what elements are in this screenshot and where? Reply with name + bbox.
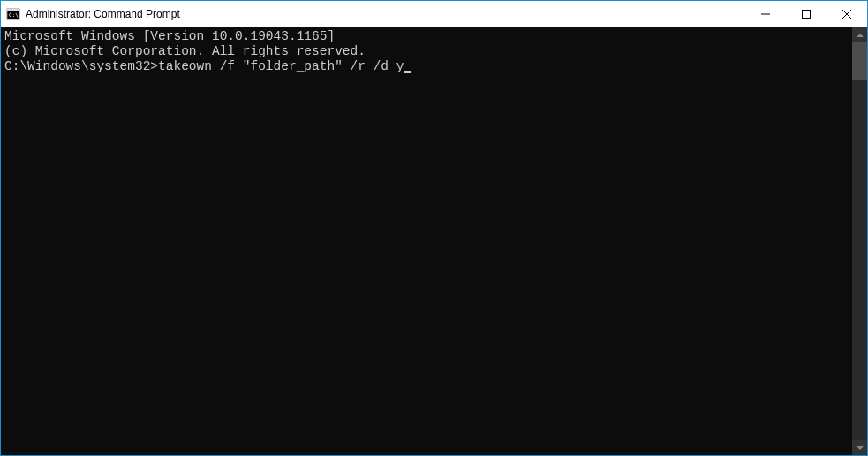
cursor [404, 71, 411, 73]
close-button[interactable] [826, 1, 867, 27]
scroll-down-button[interactable] [852, 440, 867, 455]
command-prompt-window: C:\ Administrator: Command Prompt [0, 0, 868, 456]
chevron-down-icon [857, 446, 864, 450]
svg-marker-7 [857, 34, 864, 37]
maximize-icon [802, 10, 811, 19]
console-line-version: Microsoft Windows [Version 10.0.19043.11… [4, 29, 849, 44]
console-prompt: C:\Windows\system32> [4, 59, 158, 73]
minimize-icon [761, 10, 770, 19]
vertical-scrollbar[interactable] [852, 27, 867, 455]
window-title: Administrator: Command Prompt [26, 8, 745, 20]
svg-marker-8 [857, 446, 864, 450]
console-command: takeown /f "folder_path" /r /d y [158, 59, 404, 73]
maximize-button[interactable] [786, 1, 826, 27]
scroll-thumb[interactable] [852, 42, 867, 80]
console-area[interactable]: Microsoft Windows [Version 10.0.19043.11… [1, 27, 867, 455]
console-line-prompt: C:\Windows\system32>takeown /f "folder_p… [4, 59, 849, 74]
console-content[interactable]: Microsoft Windows [Version 10.0.19043.11… [1, 27, 852, 455]
close-icon [842, 10, 851, 19]
minimize-button[interactable] [745, 1, 786, 27]
titlebar[interactable]: C:\ Administrator: Command Prompt [1, 1, 867, 27]
scroll-up-button[interactable] [852, 27, 867, 42]
svg-text:C:\: C:\ [9, 11, 19, 18]
svg-rect-4 [803, 11, 811, 19]
cmd-icon: C:\ [6, 7, 20, 21]
chevron-up-icon [857, 34, 864, 37]
window-controls [745, 1, 867, 27]
console-line-copyright: (c) Microsoft Corporation. All rights re… [4, 44, 849, 59]
